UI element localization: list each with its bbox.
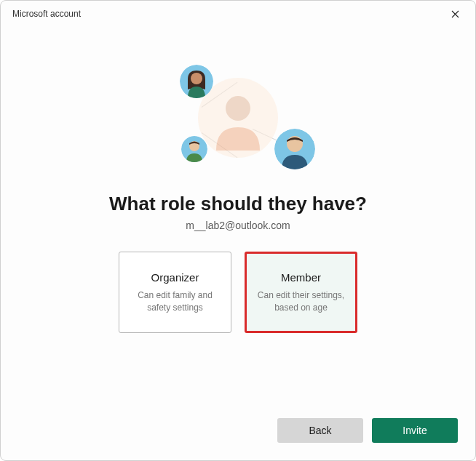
- role-card-organizer[interactable]: Organizer Can edit family and safety set…: [119, 252, 231, 333]
- role-description: Can edit family and safety settings: [128, 289, 222, 313]
- avatar-woman-icon: [180, 65, 213, 98]
- footer: Back Invite: [1, 406, 475, 460]
- avatar-boy-icon: [181, 136, 207, 162]
- svg-point-0: [226, 96, 250, 121]
- email-subheading: m__lab2@outlook.com: [186, 220, 290, 231]
- role-title: Member: [281, 271, 321, 284]
- family-illustration: [158, 56, 318, 180]
- role-cards: Organizer Can edit family and safety set…: [119, 252, 357, 333]
- titlebar: Microsoft account: [1, 1, 475, 27]
- role-description: Can edit their settings, based on age: [255, 289, 346, 313]
- svg-point-2: [191, 73, 202, 84]
- close-icon: [451, 10, 459, 18]
- window-title: Microsoft account: [12, 9, 442, 19]
- content-area: What role should they have? m__lab2@outl…: [1, 27, 475, 406]
- dialog-window: Microsoft account What role should they …: [0, 0, 476, 461]
- avatar-man-icon: [274, 129, 315, 169]
- role-title: Organizer: [151, 271, 199, 284]
- back-button[interactable]: Back: [277, 418, 363, 443]
- invite-button[interactable]: Invite: [372, 418, 458, 443]
- center-avatar-icon: [205, 85, 271, 151]
- page-heading: What role should they have?: [109, 193, 367, 215]
- close-button[interactable]: [442, 4, 468, 24]
- role-card-member[interactable]: Member Can edit their settings, based on…: [245, 252, 357, 333]
